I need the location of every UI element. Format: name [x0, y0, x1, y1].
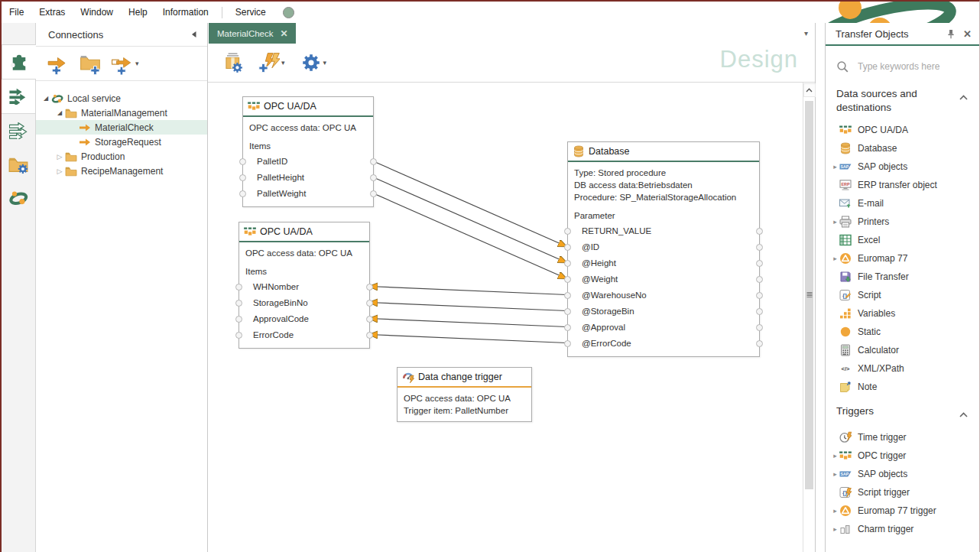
palette-item-calculator[interactable]: Calculator — [826, 341, 979, 359]
node-trig[interactable]: Data change triggerOPC access data: OPC … — [397, 367, 532, 422]
dropdown-caret-icon[interactable]: ▾ — [135, 60, 139, 67]
node-item[interactable]: @ErrorCode — [574, 336, 753, 352]
expander-closed-icon[interactable]: ▸ — [831, 163, 839, 170]
tree-item-materialmanagement[interactable]: ◢MaterialManagement — [36, 106, 207, 120]
connector-port[interactable] — [366, 284, 373, 291]
connector-port[interactable] — [366, 332, 373, 339]
tree-item-local-service[interactable]: ◢Local service — [36, 91, 207, 106]
tree-item-production[interactable]: ▷Production — [36, 149, 207, 164]
palette-item-script-trigger[interactable]: {}Script trigger — [826, 483, 979, 502]
collapse-panel-icon[interactable] — [190, 30, 198, 39]
expander-closed-icon[interactable]: ▸ — [831, 452, 839, 459]
expander-closed-icon[interactable]: ▸ — [831, 255, 839, 262]
node-item[interactable]: RETURN_VALUE — [574, 223, 753, 239]
node-opc2[interactable]: OPC UA/DAOPC access data: OPC UAItemsWHN… — [239, 222, 370, 349]
menu-item-help[interactable]: Help — [121, 5, 155, 19]
palette-item-euromap-77-trigger[interactable]: ▸Euromap 77 trigger — [826, 502, 979, 520]
palette-item-database[interactable]: Database — [826, 139, 979, 157]
tree-item-recipemanagement[interactable]: ▷RecipeManagement — [36, 164, 207, 178]
palette-item-opc-trigger[interactable]: ▸OPC trigger — [826, 446, 979, 465]
node-item[interactable]: ErrorCode — [245, 327, 363, 343]
connector-port[interactable] — [756, 308, 763, 315]
close-panel-icon[interactable]: ✕ — [963, 28, 972, 40]
toolbar-button-add-folder[interactable] — [76, 50, 105, 77]
connector-port[interactable] — [564, 324, 571, 331]
connector-port[interactable] — [366, 300, 373, 307]
connector-port[interactable] — [239, 158, 246, 165]
connector-port[interactable] — [235, 332, 242, 339]
node-item[interactable]: @Weight — [574, 271, 753, 287]
connector-port[interactable] — [370, 158, 377, 165]
palette-item-erp-transfer-object[interactable]: ERPERP transfer object — [826, 176, 979, 194]
expander-closed-icon[interactable]: ▸ — [831, 525, 839, 533]
connector-port[interactable] — [564, 292, 571, 299]
tab-close-icon[interactable]: ✕ — [281, 28, 288, 39]
editor-toolbar-button-boxgear[interactable] — [219, 50, 246, 76]
node-item[interactable]: PalletWeight — [249, 186, 367, 202]
node-item[interactable]: PalletHeight — [249, 170, 367, 186]
editor-toolbar-button-gearbig[interactable]: ▾ — [297, 50, 330, 76]
palette-item-charm-trigger[interactable]: ▸Charm trigger — [826, 520, 979, 538]
connector-port[interactable] — [366, 316, 373, 323]
tree-item-materialcheck[interactable]: MaterialCheck — [36, 120, 207, 135]
node-item[interactable]: @Height — [574, 255, 753, 271]
dropdown-caret-icon[interactable]: ▾ — [323, 60, 327, 67]
palette-item-e-mail[interactable]: E-mail — [826, 194, 979, 213]
node-item[interactable]: @StorageBin — [574, 304, 753, 320]
palette-item-variables[interactable]: Variables — [826, 304, 979, 323]
toolbar-button-add-arrowbox[interactable]: ▾ — [108, 50, 142, 77]
connector-port[interactable] — [370, 190, 377, 197]
connector-port[interactable] — [756, 276, 763, 283]
section-header-data-sources[interactable]: Data sources and destinations — [826, 79, 979, 116]
palette-item-printers[interactable]: ▸Printers — [826, 213, 979, 231]
scrollbar-thumb[interactable] — [805, 101, 813, 489]
palette-item-xml-xpath[interactable]: </>XML/XPath — [826, 359, 979, 378]
expander-closed-icon[interactable]: ▷ — [54, 167, 65, 175]
menu-item-information[interactable]: Information — [155, 5, 216, 19]
scroll-up-button[interactable] — [803, 83, 816, 97]
search-input[interactable] — [856, 60, 974, 73]
connector-port[interactable] — [564, 228, 571, 235]
dropdown-caret-icon[interactable]: ▾ — [281, 60, 285, 67]
node-item[interactable]: StorageBinNo — [245, 295, 363, 311]
tab-materialcheck[interactable]: MaterialCheck ✕ — [209, 23, 296, 44]
node-item[interactable]: @WarehouseNo — [574, 287, 753, 304]
chevron-up-icon[interactable] — [959, 408, 969, 422]
toolbar-button-add-arrow[interactable] — [44, 50, 73, 77]
tab-list-dropdown-icon[interactable]: ▾ — [804, 29, 808, 37]
connector-port[interactable] — [756, 292, 763, 299]
activity-item-arrows-outline[interactable] — [2, 114, 35, 148]
connector-port[interactable] — [756, 340, 763, 347]
node-item[interactable]: PalletID — [249, 154, 367, 170]
palette-item-euromap-77[interactable]: ▸Euromap 77 — [826, 249, 979, 268]
node-item[interactable]: WHNomber — [245, 279, 363, 295]
node-opc1[interactable]: OPC UA/DAOPC access data: OPC UAItemsPal… — [242, 96, 374, 207]
node-header[interactable]: OPC UA/DA — [243, 97, 373, 117]
connector-port[interactable] — [756, 228, 763, 235]
menu-item-file[interactable]: File — [2, 5, 31, 19]
palette-item-note[interactable]: Note — [826, 378, 979, 396]
activity-item-folder-gear[interactable] — [2, 148, 35, 181]
canvas-vertical-scrollbar[interactable] — [803, 83, 815, 552]
node-header[interactable]: Database — [568, 142, 759, 162]
connector-port[interactable] — [239, 174, 246, 181]
section-header-triggers[interactable]: Triggers — [826, 396, 979, 424]
expander-open-icon[interactable]: ◢ — [54, 109, 65, 116]
palette-item-excel[interactable]: Excel — [826, 231, 979, 249]
activity-item-arrows-filled[interactable] — [2, 80, 35, 114]
palette-item-static[interactable]: Static — [826, 323, 979, 341]
node-header[interactable]: Data change trigger — [398, 368, 531, 388]
node-item[interactable]: @ID — [574, 239, 753, 255]
expander-closed-icon[interactable]: ▸ — [831, 218, 839, 226]
expander-closed-icon[interactable]: ▷ — [54, 153, 65, 161]
chevron-up-icon[interactable] — [959, 91, 969, 115]
connector-port[interactable] — [564, 276, 571, 283]
connector-port[interactable] — [564, 244, 571, 251]
expander-open-icon[interactable]: ◢ — [41, 95, 51, 102]
node-db[interactable]: DatabaseType: Stored procedureDB access … — [567, 141, 760, 357]
connector-port[interactable] — [239, 190, 246, 197]
connector-port[interactable] — [564, 260, 571, 267]
palette-item-time-trigger[interactable]: Time trigger — [826, 428, 979, 446]
palette-item-file-transfer[interactable]: File Transfer — [826, 268, 979, 286]
activity-item-puzzle[interactable] — [2, 44, 36, 80]
